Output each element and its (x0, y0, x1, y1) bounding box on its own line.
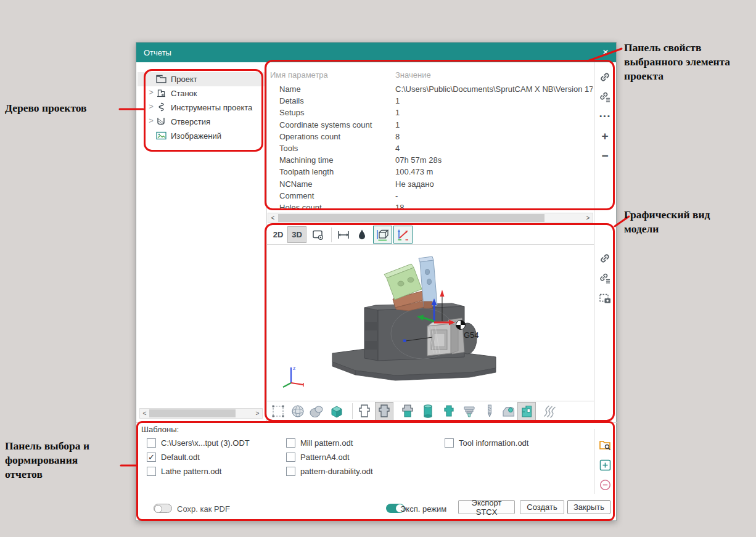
templates-icons-separator (594, 429, 594, 494)
save-as-pdf-toggle[interactable] (154, 504, 172, 513)
template-checkbox[interactable] (147, 438, 156, 448)
property-name: Holes count (279, 203, 393, 212)
show-solid-button[interactable] (327, 402, 346, 420)
dialog-title: Отчеты (144, 48, 171, 57)
remove-parameter-button[interactable]: − (596, 148, 614, 164)
show-cylinder-stock-button[interactable] (419, 402, 437, 420)
show-stock-button[interactable] (307, 402, 326, 420)
property-value: 8 (395, 132, 593, 141)
export-stcx-button[interactable]: Экспорт STCX (458, 500, 515, 514)
property-name: Comment (279, 191, 393, 200)
template-label[interactable]: PatternA4.odt (300, 453, 350, 462)
remove-circle-icon (599, 479, 611, 491)
close-icon[interactable]: × (598, 45, 614, 60)
add-template-button[interactable] (596, 457, 614, 473)
expander-icon[interactable]: > (147, 88, 155, 97)
project-tools-icon (156, 102, 166, 112)
show-workpiece-button[interactable] (373, 226, 392, 244)
show-axes-button[interactable] (393, 226, 413, 244)
show-job-zone-button[interactable] (269, 402, 287, 420)
plus-icon: + (601, 129, 608, 143)
template-label[interactable]: Lathe pattern.odt (161, 467, 221, 476)
annotation-graphics-view: Графический вид модели (624, 208, 747, 236)
property-value: C:\Users\Public\Documents\SprutCAM X NB\… (395, 84, 593, 94)
expander-icon[interactable]: > (147, 116, 155, 125)
machine-icon (156, 88, 166, 98)
project-folder-icon (156, 74, 166, 84)
tree-item-machine[interactable]: > Станок (138, 86, 265, 100)
template-checkbox[interactable] (445, 438, 454, 448)
create-button[interactable]: Создать (520, 500, 564, 514)
close-button[interactable]: Закрыть (567, 500, 610, 514)
link-parameter-button[interactable] (596, 69, 614, 85)
show-part-shaded-button[interactable] (375, 402, 393, 420)
show-part-wireframe-button[interactable] (355, 402, 374, 420)
properties-scrollbar[interactable]: < > (268, 213, 593, 223)
toolpath-icon (542, 403, 557, 419)
template-checkbox[interactable] (286, 453, 295, 462)
scrollbar-thumb[interactable] (149, 409, 236, 417)
browse-template-button[interactable] (596, 437, 614, 453)
property-value: 1 (395, 108, 593, 117)
scrollbar-thumb[interactable] (278, 214, 544, 222)
show-head-button[interactable] (499, 402, 517, 420)
tree-item-project-tools[interactable]: > Инструменты проекта (138, 100, 265, 115)
scroll-right-icon[interactable]: > (583, 213, 593, 223)
template-checkbox[interactable]: ✓ (147, 453, 156, 462)
save-as-pdf-label[interactable]: Сохр. как PDF (177, 504, 230, 514)
annotation-properties-panel: Панель свойств выбранного элемента проек… (624, 41, 734, 83)
expert-mode-label[interactable]: Эксп. режим (400, 504, 446, 514)
part-teal-gray-icon (400, 403, 415, 419)
tree-item-images[interactable]: Изображений (138, 129, 265, 143)
machine-teal-icon (519, 403, 534, 419)
expander-icon[interactable]: > (147, 102, 155, 111)
template-label[interactable]: Default.odt (161, 453, 200, 462)
view-orientation-button[interactable] (308, 226, 327, 243)
link-list-button[interactable] (596, 89, 614, 105)
add-parameter-button[interactable]: + (596, 128, 614, 144)
show-toolpath-button[interactable] (540, 402, 559, 420)
view-2d-button[interactable]: 2D (269, 226, 287, 243)
show-machine-button[interactable] (517, 402, 536, 420)
model-viewport[interactable]: G54 z (267, 245, 594, 401)
property-name: Details (279, 96, 393, 105)
part-gray-icon (377, 403, 392, 419)
project-tree-panel: Проект > Станок > Инструменты проекта (136, 62, 266, 422)
sphere-icon (290, 403, 305, 419)
more-options-button[interactable]: ··· (596, 109, 614, 125)
scroll-left-icon[interactable]: < (268, 213, 277, 223)
scroll-right-icon[interactable]: > (253, 409, 262, 418)
template-checkbox[interactable] (147, 467, 156, 476)
show-tool-button[interactable] (483, 402, 496, 420)
template-label[interactable]: Mill pattern.odt (300, 438, 353, 448)
tree-item-holes[interactable]: > Отверстия (138, 115, 265, 129)
template-checkbox[interactable] (286, 467, 295, 476)
show-sphere-button[interactable] (289, 402, 307, 420)
machine-head-icon (501, 403, 516, 419)
icons-separator (594, 62, 594, 422)
coolant-button[interactable] (353, 226, 371, 243)
capture-view-button[interactable] (596, 290, 614, 306)
g54-label: G54 (464, 330, 479, 340)
remove-template-button[interactable] (596, 477, 614, 493)
gfx-link-button[interactable] (596, 250, 614, 266)
dialog-titlebar[interactable]: Отчеты × (136, 43, 616, 62)
ellipsis-icon: ··· (599, 110, 611, 123)
scroll-left-icon[interactable]: < (140, 409, 149, 418)
axes-icon (396, 228, 410, 242)
part-outline-icon (357, 403, 372, 419)
view-orientation-icon (311, 228, 325, 242)
tree-scrollbar[interactable]: < > (139, 408, 263, 419)
template-label[interactable]: C:\Users\x...tput (3).ODT (161, 438, 250, 448)
show-machined-stock-button[interactable] (440, 402, 458, 420)
show-fixture-button[interactable] (460, 402, 479, 420)
template-checkbox[interactable] (286, 438, 295, 448)
view-3d-button[interactable]: 3D (287, 226, 306, 243)
template-label[interactable]: pattern-durability.odt (300, 467, 373, 476)
gfx-link-list-button[interactable] (596, 270, 614, 286)
template-label[interactable]: Tool information.odt (459, 438, 528, 448)
measure-distance-button[interactable] (334, 226, 352, 243)
view-axes-indicator: z (278, 360, 306, 388)
tree-item-project[interactable]: Проект (138, 72, 265, 86)
show-part-stock-button[interactable] (398, 402, 417, 420)
